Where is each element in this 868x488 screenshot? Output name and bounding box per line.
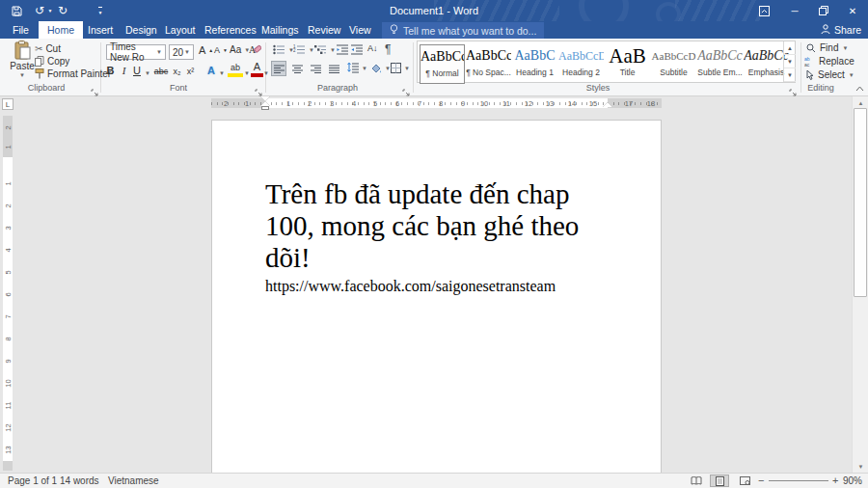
document-link-text[interactable]: https://www.facebook.com/saigonesetranst… bbox=[265, 278, 556, 295]
style-no-spacing[interactable]: AaBbCcI ¶ No Spac... bbox=[466, 44, 511, 84]
grow-font-button[interactable]: A▲ bbox=[199, 44, 213, 56]
replace-icon: abac bbox=[804, 56, 815, 67]
ruler-number: 2 bbox=[220, 99, 231, 108]
window-title: Document1 - Word bbox=[0, 0, 868, 21]
horizontal-ruler[interactable]: 2 1 1 2 3 4 5 6 7 8 9 10 11 12 13 14 15 … bbox=[15, 96, 852, 110]
tab-insert[interactable]: Insert bbox=[79, 21, 122, 39]
gallery-more-icon[interactable]: ▼ bbox=[784, 68, 796, 82]
clipboard-icon bbox=[14, 41, 31, 60]
text-effects-dropdown-icon[interactable]: ▼ bbox=[218, 62, 226, 77]
print-layout-icon[interactable] bbox=[710, 474, 729, 487]
zoom-level[interactable]: 90% bbox=[843, 474, 862, 488]
numbering-button[interactable]: 12 ▼ bbox=[293, 44, 314, 55]
web-layout-icon[interactable] bbox=[735, 474, 754, 487]
style-heading1[interactable]: AaBbC Heading 1 bbox=[512, 44, 557, 84]
style-subtle-emphasis[interactable]: AaBbCc Subtle Em... bbox=[697, 44, 743, 84]
text-effects-button[interactable]: A bbox=[204, 62, 218, 77]
minimize-button[interactable]: ─ bbox=[783, 0, 806, 21]
font-color-dropdown-icon[interactable]: ▼ bbox=[262, 62, 270, 77]
bold-button[interactable]: B bbox=[104, 62, 117, 77]
tell-me-box[interactable]: Tell me what you want to do... bbox=[382, 22, 544, 39]
document-paragraph[interactable]: Trên fb đã update đến chap 100, mong các… bbox=[265, 178, 579, 274]
align-left-button[interactable] bbox=[271, 61, 286, 76]
zoom-in-button[interactable]: + bbox=[832, 474, 838, 488]
document-page[interactable]: Trên fb đã update đến chap 100, mong các… bbox=[211, 120, 662, 473]
highlight-button[interactable]: ab bbox=[228, 62, 243, 77]
gallery-up-icon[interactable]: ▲ bbox=[784, 41, 796, 55]
vertical-ruler[interactable]: L 2 1 1 2 3 4 5 6 7 8 9 10 11 12 13 bbox=[0, 96, 15, 473]
document-area[interactable]: Trên fb đã update đến chap 100, mong các… bbox=[15, 110, 852, 473]
ruler-number: 5 bbox=[4, 266, 13, 280]
highlight-dropdown-icon[interactable]: ▼ bbox=[243, 62, 251, 77]
scrollbar-thumb[interactable] bbox=[854, 108, 867, 297]
ruler-number: 4 bbox=[4, 244, 13, 258]
right-indent-marker[interactable] bbox=[603, 102, 612, 107]
tab-home[interactable]: Home bbox=[39, 21, 83, 39]
select-button[interactable]: Select ▼ bbox=[806, 69, 854, 80]
sort-button[interactable]: A↓ bbox=[367, 43, 378, 53]
vertical-scrollbar[interactable]: ▲ ▼ bbox=[852, 96, 868, 473]
decrease-indent-button[interactable] bbox=[337, 44, 348, 55]
multilevel-list-button[interactable]: ▼ bbox=[314, 44, 336, 55]
line-spacing-button[interactable]: ▼ bbox=[347, 63, 367, 73]
zoom-slider-track[interactable] bbox=[769, 480, 828, 481]
ribbon-display-options-icon[interactable] bbox=[752, 0, 775, 21]
share-button[interactable]: Share bbox=[821, 21, 861, 39]
gallery-down-icon[interactable]: ▼ bbox=[784, 55, 796, 68]
tab-selector[interactable]: L bbox=[2, 98, 14, 110]
find-button[interactable]: Find ▼ bbox=[806, 42, 848, 53]
copy-button[interactable]: Copy bbox=[35, 56, 69, 67]
zoom-out-button[interactable]: − bbox=[758, 474, 764, 488]
superscript-button[interactable]: x² bbox=[184, 62, 197, 77]
page-indicator[interactable]: Page 1 of 1 bbox=[8, 474, 57, 488]
align-right-button[interactable] bbox=[308, 61, 323, 76]
style-title[interactable]: AaB Title bbox=[605, 44, 650, 84]
clipboard-dialog-launcher-icon[interactable] bbox=[91, 84, 99, 93]
group-divider bbox=[100, 42, 101, 93]
shrink-font-button[interactable]: A▼ bbox=[214, 45, 228, 55]
word-count[interactable]: 14 words bbox=[60, 474, 99, 488]
clear-formatting-button[interactable]: A bbox=[249, 43, 261, 55]
font-name-combo[interactable]: Times New Ro ▼ bbox=[106, 44, 166, 60]
font-dialog-launcher-icon[interactable] bbox=[255, 84, 263, 93]
underline-button[interactable]: U bbox=[131, 62, 143, 77]
subscript-button[interactable]: x₂ bbox=[171, 62, 183, 77]
tab-file[interactable]: File bbox=[4, 21, 38, 39]
cut-button[interactable]: ✂ Cut bbox=[35, 43, 61, 54]
format-painter-button[interactable]: Format Painter bbox=[35, 68, 111, 79]
restore-button[interactable] bbox=[812, 0, 835, 21]
increase-indent-button[interactable] bbox=[351, 44, 363, 55]
format-painter-icon bbox=[35, 68, 44, 79]
scroll-down-icon[interactable]: ▼ bbox=[853, 460, 868, 473]
read-mode-icon[interactable] bbox=[687, 474, 706, 487]
tab-view[interactable]: View bbox=[340, 21, 380, 39]
svg-text:2: 2 bbox=[293, 48, 296, 53]
italic-button[interactable]: I bbox=[119, 62, 129, 77]
bullets-button[interactable]: ▼ bbox=[273, 44, 294, 55]
style-subtitle[interactable]: AaBbCcD Subtitle bbox=[651, 44, 696, 84]
tell-me-label: Tell me what you want to do... bbox=[403, 25, 536, 37]
cut-label: Cut bbox=[45, 43, 61, 54]
ruler-number: 2 bbox=[304, 99, 315, 108]
paste-button[interactable]: Paste ▼ bbox=[8, 41, 37, 78]
language-indicator[interactable]: Vietnamese bbox=[108, 474, 159, 488]
style-heading2[interactable]: AaBbCcD Heading 2 bbox=[558, 44, 604, 84]
strikethrough-button[interactable]: abc bbox=[152, 62, 170, 77]
paragraph-dialog-launcher-icon[interactable] bbox=[402, 84, 411, 93]
style-emphasis[interactable]: AaBbCc Emphasis bbox=[744, 44, 789, 84]
align-center-button[interactable] bbox=[289, 61, 305, 76]
change-case-button[interactable]: Aa▼ bbox=[230, 44, 250, 55]
ruler-number: 12 bbox=[4, 421, 13, 435]
justify-button[interactable] bbox=[326, 61, 341, 76]
show-hide-pilcrow-button[interactable]: ¶ bbox=[385, 42, 391, 56]
share-person-icon bbox=[821, 24, 830, 37]
replace-button[interactable]: abac Replace bbox=[804, 56, 854, 67]
style-normal[interactable]: AaBbCcI ¶ Normal bbox=[420, 44, 465, 84]
ruler-number: 1 bbox=[241, 99, 253, 108]
borders-button[interactable]: ▼ bbox=[391, 63, 410, 73]
font-size-combo[interactable]: 20 ▼ bbox=[169, 44, 194, 60]
collapse-ribbon-icon[interactable] bbox=[853, 83, 866, 95]
shading-button[interactable]: ▼ bbox=[370, 63, 391, 73]
underline-dropdown-icon[interactable]: ▼ bbox=[144, 62, 151, 77]
close-button[interactable]: ✕ bbox=[841, 0, 864, 21]
